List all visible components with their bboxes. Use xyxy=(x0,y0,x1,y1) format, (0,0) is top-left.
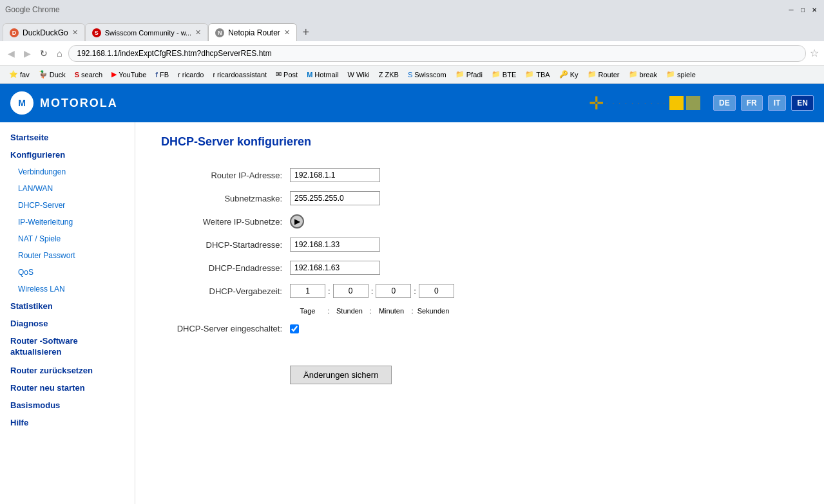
sidebar-item-wirelesslan[interactable]: Wireless LAN xyxy=(0,281,135,297)
lang-fr-button[interactable]: FR xyxy=(741,95,763,111)
time-colon-3: : xyxy=(414,286,416,296)
bookmark-ricardoassistant-label: ricardoassistant xyxy=(217,71,267,79)
tage-label: Tage xyxy=(290,307,325,315)
bookmark-bte[interactable]: 📁 BTE xyxy=(488,69,520,80)
dhcp-time-minutes-input[interactable] xyxy=(376,284,411,298)
sidebar-item-qos[interactable]: QoS xyxy=(0,264,135,281)
moto-squares-svg xyxy=(669,96,702,110)
sidebar-item-verbindungen[interactable]: Verbindungen xyxy=(0,163,135,180)
sidebar-item-diagnose[interactable]: Diagnose xyxy=(0,315,135,332)
bookmark-pfadi[interactable]: 📁 Pfadi xyxy=(452,69,486,80)
sidebar-item-natspiele[interactable]: NAT / Spiele xyxy=(0,230,135,247)
moto-squares xyxy=(669,96,702,110)
bookmark-ricardo[interactable]: r ricardo xyxy=(174,70,207,80)
bookmark-fav[interactable]: ⭐ fav xyxy=(5,69,34,80)
sidebar-item-statistiken[interactable]: Statistiken xyxy=(0,297,135,315)
time-sep1: : xyxy=(325,307,332,315)
bookmark-break[interactable]: 📁 break xyxy=(625,69,662,80)
dhcp-time-hours-input[interactable] xyxy=(333,284,369,298)
subnetz-input[interactable] xyxy=(290,191,380,205)
router-ip-label: Router IP-Adresse: xyxy=(161,171,290,180)
bookmark-ricardoassistant[interactable]: r ricardoassistant xyxy=(209,70,271,80)
moto-logo-circle: M xyxy=(10,91,34,115)
moto-logo: M MOTOROLA xyxy=(10,91,118,115)
dhcp-start-input[interactable] xyxy=(290,238,380,252)
lang-en-button[interactable]: EN xyxy=(791,95,814,111)
sidebar-item-basismodus[interactable]: Basismodus xyxy=(0,397,135,414)
tab-duckduckgo[interactable]: D DuckDuckGo ✕ xyxy=(3,23,85,41)
bookmark-youtube-label: YouTube xyxy=(119,71,146,79)
dhcp-enabled-row: DHCP-Server eingeschaltet: xyxy=(161,324,798,333)
refresh-button[interactable]: ↻ xyxy=(37,47,50,60)
bookmark-zkb[interactable]: Z ZKB xyxy=(375,70,403,80)
sidebar-item-ipweiterleitung[interactable]: IP-Weiterleitung xyxy=(0,214,135,230)
weitere-ip-button[interactable]: ▶ xyxy=(290,214,304,229)
main-layout: Startseite Konfigurieren Verbindungen LA… xyxy=(0,122,824,504)
bookmark-search[interactable]: S search xyxy=(71,70,106,80)
home-button[interactable]: ⌂ xyxy=(54,47,64,60)
svg-rect-0 xyxy=(669,96,684,110)
bookmark-swisscom[interactable]: S Swisscom xyxy=(404,70,450,80)
browser-title: Google Chrome xyxy=(5,5,60,14)
sidebar-item-dhcp[interactable]: DHCP-Server xyxy=(0,197,135,214)
tab-close-swisscom[interactable]: ✕ xyxy=(195,28,201,37)
tab-label-netopia: Netopia Router xyxy=(228,28,280,37)
bookmark-post[interactable]: ✉ Post xyxy=(272,69,302,80)
bookmark-zkb-label: ZKB xyxy=(385,71,399,79)
sidebar-item-hilfe[interactable]: Hilfe xyxy=(0,414,135,431)
subnetz-label: Subnetzmaske: xyxy=(161,194,290,203)
router-icon: 📁 xyxy=(588,70,597,79)
minimize-button[interactable]: ─ xyxy=(787,5,796,14)
moto-header-right: ✛ · · · · · · · · · · DE FR IT EN xyxy=(589,93,814,114)
dhcp-end-label: DHCP-Endadresse: xyxy=(161,263,290,273)
dhcp-end-input[interactable] xyxy=(290,261,380,275)
save-button[interactable]: Änderungen sichern xyxy=(290,366,392,384)
bookmark-button[interactable]: ☆ xyxy=(810,47,819,59)
sidebar-item-startseite[interactable]: Startseite xyxy=(0,129,135,146)
dhcp-time-days-input[interactable] xyxy=(290,284,325,298)
zkb-icon: Z xyxy=(379,71,383,79)
sidebar-item-routerpasswort[interactable]: Router Passwort xyxy=(0,247,135,264)
forward-button[interactable]: ▶ xyxy=(21,47,34,60)
router-ip-input[interactable] xyxy=(290,168,380,182)
dhcp-enabled-label: DHCP-Server eingeschaltet: xyxy=(161,324,290,333)
sidebar-item-konfigurieren[interactable]: Konfigurieren xyxy=(0,146,135,163)
sidebar-item-routerneu[interactable]: Router neu starten xyxy=(0,379,135,397)
new-tab-button[interactable]: + xyxy=(297,23,315,41)
sidebar-item-routersoftware[interactable]: Router -Software aktualisieren xyxy=(0,332,135,362)
moto-cross-icon: ✛ xyxy=(589,93,604,114)
sidebar-item-routerzurueck[interactable]: Router zurücksetzen xyxy=(0,362,135,379)
swisscom-icon: S xyxy=(408,71,412,79)
tab-netopia[interactable]: N Netopia Router ✕ xyxy=(208,23,297,41)
maximize-button[interactable]: □ xyxy=(798,5,807,14)
dhcp-time-seconds-input[interactable] xyxy=(419,284,454,298)
bookmark-spiele[interactable]: 📁 spiele xyxy=(662,69,700,80)
bookmark-youtube[interactable]: ▶ YouTube xyxy=(108,69,150,80)
bookmark-tba[interactable]: 📁 TBA xyxy=(521,69,553,80)
bookmark-fb[interactable]: f FB xyxy=(151,70,173,80)
bookmark-duck[interactable]: 🦆 Duck xyxy=(35,69,70,80)
tab-label-swisscom: Swisscom Community - w... xyxy=(105,29,191,37)
save-button-container: Änderungen sichern xyxy=(161,353,798,384)
dhcp-enabled-checkbox[interactable] xyxy=(290,324,299,333)
lang-de-button[interactable]: DE xyxy=(713,95,736,111)
page-title: DHCP-Server konfigurieren xyxy=(161,135,798,149)
lang-it-button[interactable]: IT xyxy=(768,95,787,111)
time-sep3: : xyxy=(409,307,416,315)
close-button[interactable]: ✕ xyxy=(810,5,819,14)
moto-logo-letter: M xyxy=(18,98,26,108)
bookmark-wiki[interactable]: W Wiki xyxy=(344,70,374,80)
bookmark-ky[interactable]: 🔑 Ky xyxy=(555,69,582,80)
sidebar-item-lanwan[interactable]: LAN/WAN xyxy=(0,180,135,197)
tab-close-netopia[interactable]: ✕ xyxy=(284,28,290,37)
address-input[interactable] xyxy=(68,45,806,62)
stunden-label: Stunden xyxy=(332,307,367,315)
tab-close-duckduckgo[interactable]: ✕ xyxy=(72,28,78,37)
bookmark-search-label: search xyxy=(81,71,102,79)
back-button[interactable]: ◀ xyxy=(5,47,17,60)
tab-swisscom[interactable]: S Swisscom Community - w... ✕ xyxy=(85,23,208,41)
ky-icon: 🔑 xyxy=(559,70,568,79)
pfadi-icon: 📁 xyxy=(455,70,465,79)
bookmark-router[interactable]: 📁 Router xyxy=(584,69,624,80)
bookmark-hotmail[interactable]: M Hotmail xyxy=(303,70,342,80)
